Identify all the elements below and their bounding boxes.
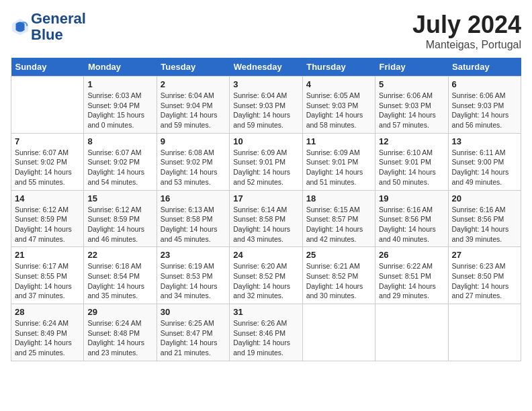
day-info: Sunrise: 6:20 AMSunset: 8:52 PMDaylight:… (233, 261, 298, 301)
calendar-cell (448, 304, 521, 361)
day-info: Sunrise: 6:15 AMSunset: 8:57 PMDaylight:… (306, 205, 371, 244)
logo-icon (11, 17, 30, 36)
calendar-cell: 27 Sunrise: 6:23 AMSunset: 8:50 PMDaylig… (448, 247, 521, 304)
day-number: 23 (161, 250, 226, 260)
day-number: 22 (87, 250, 152, 260)
col-friday: Friday (375, 58, 448, 77)
day-number: 8 (87, 136, 152, 146)
calendar-cell: 2 Sunrise: 6:04 AMSunset: 9:04 PMDayligh… (157, 77, 229, 134)
day-info: Sunrise: 6:17 AMSunset: 8:55 PMDaylight:… (15, 261, 80, 301)
day-number: 27 (452, 250, 517, 260)
calendar-cell: 3 Sunrise: 6:04 AMSunset: 9:03 PMDayligh… (230, 77, 302, 134)
day-number: 3 (233, 79, 298, 89)
day-number: 18 (306, 193, 371, 203)
day-info: Sunrise: 6:09 AMSunset: 9:01 PMDaylight:… (233, 148, 298, 187)
day-info: Sunrise: 6:16 AMSunset: 8:56 PMDaylight:… (379, 205, 444, 244)
logo: General Blue (11, 11, 86, 43)
day-number: 12 (379, 136, 444, 146)
day-number: 7 (15, 136, 80, 146)
calendar-cell (11, 77, 84, 134)
day-number: 15 (87, 193, 152, 203)
calendar-cell: 21 Sunrise: 6:17 AMSunset: 8:55 PMDaylig… (11, 247, 84, 304)
col-sunday: Sunday (11, 58, 84, 77)
header-row: Sunday Monday Tuesday Wednesday Thursday… (11, 58, 521, 77)
day-number: 9 (161, 136, 226, 146)
day-info: Sunrise: 6:04 AMSunset: 9:04 PMDaylight:… (161, 91, 226, 130)
calendar-cell: 25 Sunrise: 6:21 AMSunset: 8:52 PMDaylig… (302, 247, 375, 304)
calendar-week-3: 14 Sunrise: 6:12 AMSunset: 8:59 PMDaylig… (11, 190, 521, 247)
day-info: Sunrise: 6:07 AMSunset: 9:02 PMDaylight:… (15, 148, 80, 187)
day-info: Sunrise: 6:10 AMSunset: 9:01 PMDaylight:… (379, 148, 444, 187)
calendar-cell: 8 Sunrise: 6:07 AMSunset: 9:02 PMDayligh… (84, 133, 157, 190)
day-number: 28 (15, 307, 80, 317)
calendar-week-4: 21 Sunrise: 6:17 AMSunset: 8:55 PMDaylig… (11, 247, 521, 304)
day-number: 1 (87, 79, 152, 89)
day-number: 21 (15, 250, 80, 260)
calendar-cell: 13 Sunrise: 6:11 AMSunset: 9:00 PMDaylig… (448, 133, 521, 190)
day-number: 29 (87, 307, 152, 317)
day-number: 11 (306, 136, 371, 146)
day-info: Sunrise: 6:24 AMSunset: 8:49 PMDaylight:… (15, 318, 80, 358)
calendar-cell: 29 Sunrise: 6:24 AMSunset: 8:48 PMDaylig… (84, 304, 157, 361)
calendar-cell: 17 Sunrise: 6:14 AMSunset: 8:58 PMDaylig… (230, 190, 302, 247)
day-number: 20 (452, 193, 517, 203)
day-info: Sunrise: 6:18 AMSunset: 8:54 PMDaylight:… (87, 261, 152, 301)
month-year: July 2024 (412, 11, 521, 39)
calendar-cell: 4 Sunrise: 6:05 AMSunset: 9:03 PMDayligh… (302, 77, 375, 134)
calendar-cell: 10 Sunrise: 6:09 AMSunset: 9:01 PMDaylig… (230, 133, 302, 190)
day-number: 24 (233, 250, 298, 260)
col-monday: Monday (84, 58, 157, 77)
calendar-cell: 16 Sunrise: 6:13 AMSunset: 8:58 PMDaylig… (157, 190, 229, 247)
calendar-cell: 28 Sunrise: 6:24 AMSunset: 8:49 PMDaylig… (11, 304, 84, 361)
col-wednesday: Wednesday (230, 58, 302, 77)
calendar-cell: 11 Sunrise: 6:09 AMSunset: 9:01 PMDaylig… (302, 133, 375, 190)
calendar-body: 1 Sunrise: 6:03 AMSunset: 9:04 PMDayligh… (11, 77, 521, 361)
day-number: 2 (161, 79, 226, 89)
calendar-cell: 19 Sunrise: 6:16 AMSunset: 8:56 PMDaylig… (375, 190, 448, 247)
day-info: Sunrise: 6:26 AMSunset: 8:46 PMDaylight:… (233, 318, 298, 358)
day-info: Sunrise: 6:25 AMSunset: 8:47 PMDaylight:… (161, 318, 226, 358)
day-number: 30 (161, 307, 226, 317)
calendar-week-5: 28 Sunrise: 6:24 AMSunset: 8:49 PMDaylig… (11, 304, 521, 361)
day-info: Sunrise: 6:16 AMSunset: 8:56 PMDaylight:… (452, 205, 517, 244)
day-info: Sunrise: 6:12 AMSunset: 8:59 PMDaylight:… (87, 205, 152, 244)
day-info: Sunrise: 6:23 AMSunset: 8:50 PMDaylight:… (452, 261, 517, 301)
day-number: 14 (15, 193, 80, 203)
col-thursday: Thursday (302, 58, 375, 77)
day-info: Sunrise: 6:11 AMSunset: 9:00 PMDaylight:… (452, 148, 517, 187)
col-tuesday: Tuesday (157, 58, 229, 77)
calendar-cell: 7 Sunrise: 6:07 AMSunset: 9:02 PMDayligh… (11, 133, 84, 190)
calendar-cell: 22 Sunrise: 6:18 AMSunset: 8:54 PMDaylig… (84, 247, 157, 304)
day-number: 13 (452, 136, 517, 146)
calendar-cell: 30 Sunrise: 6:25 AMSunset: 8:47 PMDaylig… (157, 304, 229, 361)
calendar-cell: 5 Sunrise: 6:06 AMSunset: 9:03 PMDayligh… (375, 77, 448, 134)
day-info: Sunrise: 6:19 AMSunset: 8:53 PMDaylight:… (161, 261, 226, 301)
calendar-cell: 12 Sunrise: 6:10 AMSunset: 9:01 PMDaylig… (375, 133, 448, 190)
day-info: Sunrise: 6:09 AMSunset: 9:01 PMDaylight:… (306, 148, 371, 187)
day-number: 10 (233, 136, 298, 146)
col-saturday: Saturday (448, 58, 521, 77)
calendar-cell: 24 Sunrise: 6:20 AMSunset: 8:52 PMDaylig… (230, 247, 302, 304)
day-info: Sunrise: 6:06 AMSunset: 9:03 PMDaylight:… (379, 91, 444, 130)
calendar-header: Sunday Monday Tuesday Wednesday Thursday… (11, 58, 521, 77)
calendar-cell (375, 304, 448, 361)
calendar-cell: 31 Sunrise: 6:26 AMSunset: 8:46 PMDaylig… (230, 304, 302, 361)
calendar-cell: 23 Sunrise: 6:19 AMSunset: 8:53 PMDaylig… (157, 247, 229, 304)
day-info: Sunrise: 6:14 AMSunset: 8:58 PMDaylight:… (233, 205, 298, 244)
day-info: Sunrise: 6:05 AMSunset: 9:03 PMDaylight:… (306, 91, 371, 130)
day-info: Sunrise: 6:24 AMSunset: 8:48 PMDaylight:… (87, 318, 152, 358)
day-info: Sunrise: 6:13 AMSunset: 8:58 PMDaylight:… (161, 205, 226, 244)
logo-text: General Blue (31, 11, 86, 43)
calendar-cell: 1 Sunrise: 6:03 AMSunset: 9:04 PMDayligh… (84, 77, 157, 134)
calendar-cell: 20 Sunrise: 6:16 AMSunset: 8:56 PMDaylig… (448, 190, 521, 247)
logo-line1: General (31, 11, 86, 27)
calendar-cell: 26 Sunrise: 6:22 AMSunset: 8:51 PMDaylig… (375, 247, 448, 304)
day-number: 25 (306, 250, 371, 260)
day-number: 19 (379, 193, 444, 203)
day-info: Sunrise: 6:21 AMSunset: 8:52 PMDaylight:… (306, 261, 371, 301)
calendar-cell: 14 Sunrise: 6:12 AMSunset: 8:59 PMDaylig… (11, 190, 84, 247)
calendar-cell: 18 Sunrise: 6:15 AMSunset: 8:57 PMDaylig… (302, 190, 375, 247)
day-info: Sunrise: 6:22 AMSunset: 8:51 PMDaylight:… (379, 261, 444, 301)
calendar-cell: 9 Sunrise: 6:08 AMSunset: 9:02 PMDayligh… (157, 133, 229, 190)
calendar-table: Sunday Monday Tuesday Wednesday Thursday… (11, 58, 521, 361)
